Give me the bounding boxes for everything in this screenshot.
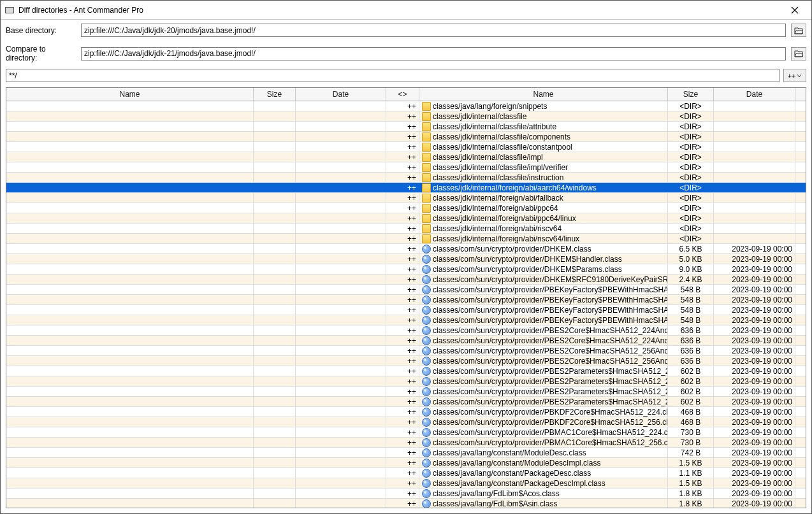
file-path: classes/com/sun/crypto/provider/DHKEM$RF… [433, 275, 668, 284]
table-row[interactable]: ++classes/com/sun/crypto/provider/PBES2C… [6, 325, 806, 336]
header-size-left[interactable]: Size [254, 88, 296, 101]
filter-input[interactable] [6, 69, 779, 82]
file-icon [422, 245, 431, 253]
cell-date-left [296, 132, 386, 141]
grid-body[interactable]: ++classes/java/lang/foreign/snippets<DIR… [6, 101, 806, 508]
cell-name-right: classes/java/lang/constant/PackageDesc.c… [419, 468, 668, 478]
cell-name-left [6, 427, 254, 437]
compare-directory-input[interactable] [81, 47, 786, 61]
cell-name-right: classes/jdk/internal/foreign/abi/riscv64… [419, 234, 668, 243]
browse-compare-button[interactable] [791, 47, 806, 61]
cell-name-right: classes/jdk/internal/foreign/abi/ppc64 [419, 203, 668, 213]
header-date-right[interactable]: Date [714, 88, 795, 101]
cell-diff: ++ [386, 122, 419, 131]
cell-name-left [6, 132, 254, 141]
cell-name-left [6, 193, 254, 203]
cell-diff: ++ [386, 346, 419, 355]
table-row[interactable]: ++classes/com/sun/crypto/provider/PBES2C… [6, 356, 806, 366]
table-row[interactable]: ++classes/jdk/internal/classfile/impl<DI… [6, 152, 806, 162]
table-row[interactable]: ++classes/java/lang/constant/ModuleDesc.… [6, 448, 806, 458]
table-row[interactable]: ++classes/jdk/internal/classfile/constan… [6, 142, 806, 152]
cell-diff: ++ [386, 376, 419, 386]
table-row[interactable]: ++classes/jdk/internal/classfile/impl/ve… [6, 162, 806, 173]
header-size-right[interactable]: Size [668, 88, 714, 101]
browse-base-button[interactable] [791, 24, 806, 37]
file-icon [422, 316, 431, 325]
cell-diff: ++ [386, 183, 419, 192]
cell-size-right: 636 B [668, 325, 714, 335]
cell-name-left [6, 489, 254, 498]
table-row[interactable]: ++classes/com/sun/crypto/provider/DHKEM$… [6, 264, 806, 275]
cell-diff: ++ [386, 264, 419, 274]
table-row[interactable]: ++classes/jdk/internal/classfile<DIR> [6, 111, 806, 122]
header-name-right[interactable]: Name [419, 88, 668, 101]
table-row[interactable]: ++classes/com/sun/crypto/provider/PBES2P… [6, 397, 806, 407]
table-row[interactable]: ++classes/java/lang/foreign/snippets<DIR… [6, 101, 806, 111]
table-row[interactable]: ++classes/com/sun/crypto/provider/DHKEM$… [6, 275, 806, 285]
cell-diff: ++ [386, 356, 419, 366]
table-row[interactable]: ++classes/com/sun/crypto/provider/PBES2P… [6, 387, 806, 397]
cell-name-left [6, 213, 254, 223]
table-row[interactable]: ++classes/com/sun/crypto/provider/DHKEM.… [6, 244, 806, 254]
cell-diff: ++ [386, 458, 419, 468]
cell-name-right: classes/java/lang/foreign/snippets [419, 101, 668, 111]
table-row[interactable]: ++classes/com/sun/crypto/provider/PBES2P… [6, 366, 806, 376]
cell-date-right: 2023-09-19 00:00 [714, 397, 795, 406]
base-directory-input[interactable] [81, 24, 786, 37]
table-row[interactable]: ++classes/java/lang/FdLibm$Asin.class1.8… [6, 499, 806, 508]
filter-dropdown[interactable]: ++ [783, 69, 806, 82]
table-row[interactable]: ++classes/jdk/internal/classfile/attribu… [6, 122, 806, 132]
cell-date-right [714, 132, 795, 141]
table-row[interactable]: ++classes/com/sun/crypto/provider/DHKEM$… [6, 254, 806, 264]
header-diff[interactable]: <> [386, 88, 419, 101]
cell-size-left [254, 417, 296, 427]
cell-date-right: 2023-09-19 00:00 [714, 458, 795, 468]
chevron-down-icon [797, 73, 802, 78]
file-path: classes/java/lang/constant/PackageDesc.c… [433, 468, 591, 478]
cell-size-right: <DIR> [668, 132, 714, 141]
table-row[interactable]: ++classes/java/lang/FdLibm$Acos.class1.8… [6, 489, 806, 499]
table-row[interactable]: ++classes/com/sun/crypto/provider/PBES2P… [6, 376, 806, 387]
header-date-left[interactable]: Date [296, 88, 386, 101]
table-row[interactable]: ++classes/java/lang/constant/PackageDesc… [6, 468, 806, 478]
table-row[interactable]: ++classes/com/sun/crypto/provider/PBMAC1… [6, 438, 806, 448]
close-button[interactable] [782, 1, 808, 20]
cell-name-right: classes/com/sun/crypto/provider/PBMAC1Co… [419, 438, 668, 447]
table-row[interactable]: ++classes/jdk/internal/foreign/abi/riscv… [6, 224, 806, 234]
cell-name-left [6, 275, 254, 284]
table-row[interactable]: ++classes/java/lang/constant/ModuleDescI… [6, 458, 806, 468]
table-row[interactable]: ++classes/jdk/internal/classfile/compone… [6, 132, 806, 142]
cell-size-right: 548 B [668, 295, 714, 304]
table-row[interactable]: ++classes/com/sun/crypto/provider/PBMAC1… [6, 427, 806, 438]
cell-name-left [6, 468, 254, 478]
table-row[interactable]: ++classes/com/sun/crypto/provider/PBKDF2… [6, 407, 806, 417]
app-window: Diff directories - Ant Commander Pro Bas… [0, 0, 812, 514]
table-row[interactable]: ++classes/com/sun/crypto/provider/PBKDF2… [6, 417, 806, 427]
table-row[interactable]: ++classes/com/sun/crypto/provider/PBES2C… [6, 346, 806, 356]
file-path: classes/com/sun/crypto/provider/PBEKeyFa… [433, 295, 668, 304]
file-icon [422, 296, 431, 304]
table-row[interactable]: ++classes/com/sun/crypto/provider/PBEKey… [6, 295, 806, 305]
cell-date-right [714, 142, 795, 152]
table-row[interactable]: ++classes/jdk/internal/foreign/abi/ppc64… [6, 203, 806, 213]
table-row[interactable]: ++classes/com/sun/crypto/provider/PBEKey… [6, 285, 806, 295]
table-row[interactable]: ++classes/jdk/internal/foreign/abi/fallb… [6, 193, 806, 203]
file-icon [422, 397, 431, 406]
table-row[interactable]: ++classes/jdk/internal/foreign/abi/ppc64… [6, 213, 806, 224]
compare-directory-label: Compare to directory: [6, 45, 76, 62]
table-row[interactable]: ++classes/com/sun/crypto/provider/PBES2C… [6, 336, 806, 346]
cell-name-left [6, 376, 254, 386]
table-row[interactable]: ++classes/java/lang/constant/PackageDesc… [6, 478, 806, 489]
table-row[interactable]: ++classes/com/sun/crypto/provider/PBEKey… [6, 305, 806, 315]
header-name-left[interactable]: Name [6, 88, 254, 101]
folder-icon [422, 234, 431, 243]
table-row[interactable]: ++classes/jdk/internal/foreign/abi/riscv… [6, 234, 806, 244]
cell-date-left [296, 346, 386, 355]
table-row[interactable]: ++classes/jdk/internal/foreign/abi/aarch… [6, 183, 806, 193]
table-row[interactable]: ++classes/com/sun/crypto/provider/PBEKey… [6, 315, 806, 325]
table-row[interactable]: ++classes/jdk/internal/classfile/instruc… [6, 173, 806, 183]
cell-name-left [6, 356, 254, 366]
file-path: classes/java/lang/constant/ModuleDescImp… [433, 458, 600, 468]
cell-name-right: classes/com/sun/crypto/provider/PBES2Cor… [419, 356, 668, 366]
cell-name-left [6, 295, 254, 304]
